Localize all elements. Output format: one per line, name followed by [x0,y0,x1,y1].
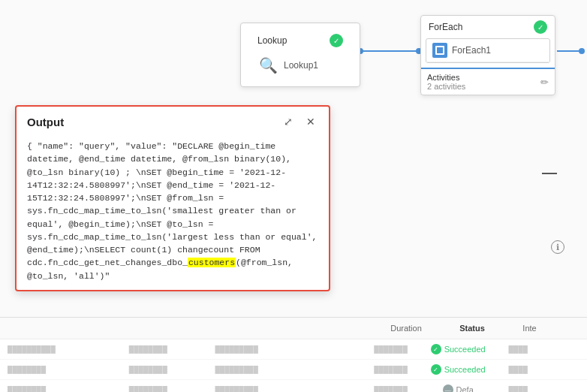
foreach-inner: ForEach1 [426,38,550,63]
output-actions: ⤢ ✕ [281,114,318,129]
cell-3-2: ████████ [122,384,208,392]
status-label-3: Defa [456,385,474,392]
lookup-success-badge: ✓ [330,34,343,47]
cell-2-inte: ████ [501,363,587,375]
table-row: ██████████ ████████ █████████ ███████ ✓ … [0,339,587,360]
lookup-header: Lookup ✓ [250,29,351,52]
foreach-success-badge: ✓ [534,20,547,34]
cell-1-3: █████████ [207,343,329,355]
foreach-item-icon [432,43,447,58]
lookup-body: 🔍 Lookup1 [250,52,351,80]
output-text: { "name": "query", "value": "DECLARE @be… [27,141,317,281]
output-content[interactable]: { "name": "query", "value": "DECLARE @be… [17,135,329,290]
foreach-item: ForEach1 [426,39,549,62]
lookup-label: Lookup1 [284,60,318,71]
highlight-customers: customers [188,258,236,267]
lookup-search-icon: 🔍 [259,56,278,74]
col-header-inte: Inte [515,321,587,336]
status-success-icon-2: ✓ [431,364,441,375]
output-header: Output ⤢ ✕ [17,107,329,135]
cell-1-inte: ████ [501,343,587,355]
activities-count: 2 activities [427,82,465,91]
edit-icon[interactable]: ✏ [540,77,549,88]
cell-1-status: ✓ Succeeded [415,342,501,357]
col-header-1 [0,321,122,336]
activities-section: Activities 2 activities ✏ [421,68,555,95]
cell-2-2: ████████ [122,363,208,375]
cell-3-3: █████████ [207,384,329,392]
foreach-item-label: ForEach1 [452,45,491,56]
activities-label: Activities [427,73,465,82]
cell-1-duration: ███████ [329,343,415,355]
status-label-1: Succeeded [444,345,486,354]
cell-3-inte: ████ [501,384,587,392]
svg-point-4 [579,48,585,54]
cell-2-status: ✓ Succeeded [415,362,501,377]
status-success-icon-1: ✓ [431,344,441,354]
close-button[interactable]: ✕ [303,114,318,129]
cell-1-2: ████████ [122,343,208,355]
dash-line [542,173,557,174]
status-grey-icon-3: — [443,384,453,392]
col-header-2 [122,321,208,336]
foreach-node[interactable]: ForEach ✓ ForEach1 Activities 2 activiti… [420,15,555,95]
expand-button[interactable]: ⤢ [281,114,296,129]
cell-3-1: ████████ [0,384,122,392]
status-label-2: Succeeded [444,365,486,374]
cell-3-duration: ███████ [329,384,415,392]
lookup-node[interactable]: Lookup ✓ 🔍 Lookup1 [240,23,360,87]
col-header-duration: Duration [329,321,429,336]
output-title: Output [27,116,64,128]
info-icon[interactable]: ℹ [551,240,564,254]
cell-2-3: █████████ [207,363,329,375]
col-header-3 [207,321,329,336]
cell-3-status: — Defa [415,382,501,392]
table-row: ████████ ████████ █████████ ███████ — De… [0,380,587,392]
output-panel: Output ⤢ ✕ { "name": "query", "value": "… [15,105,330,291]
table-header: Duration Status Inte [0,318,587,339]
foreach-title: ForEach [429,22,462,32]
cell-1-1: ██████████ [0,343,122,355]
cell-2-duration: ███████ [329,363,415,375]
cell-2-1: ████████ [0,363,122,375]
lookup-title: Lookup [257,35,287,46]
canvas: Lookup ✓ 🔍 Lookup1 ForEach ✓ ForEach1 Ac… [0,0,587,392]
table-row: ████████ ████████ █████████ ███████ ✓ Su… [0,360,587,380]
foreach-header: ForEach ✓ [421,16,555,38]
col-header-status: Status [429,321,516,336]
results-table: Duration Status Inte ██████████ ████████… [0,317,587,392]
